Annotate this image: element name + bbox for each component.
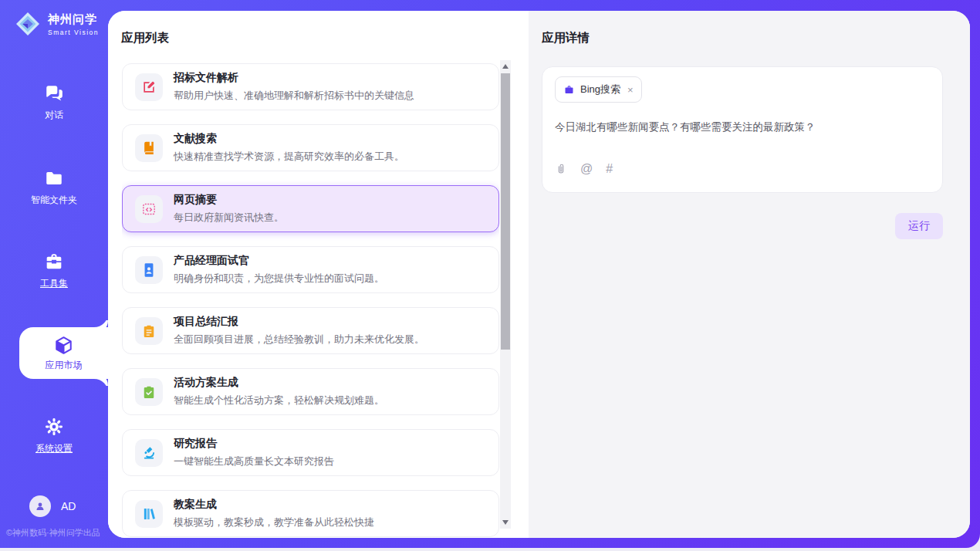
app-window: 神州问学 Smart Vision 对话智能文件夹工具集应用市场系统设置 AD … — [0, 0, 980, 551]
app-icon-chip — [135, 439, 163, 467]
app-card-title: 文献搜索 — [174, 132, 404, 146]
user-name: AD — [61, 500, 76, 512]
sidebar-item-app-market[interactable]: 应用市场 — [19, 327, 108, 379]
app-logo: 神州问学 Smart Vision — [14, 10, 99, 38]
tag-close-icon[interactable]: × — [627, 84, 634, 96]
app-card-title: 研究报告 — [174, 437, 334, 451]
prompt-text[interactable]: 今日湖北有哪些新闻要点？有哪些需要关注的最新政策？ — [555, 120, 930, 135]
app-card[interactable]: 网页摘要每日政府新闻资讯快查。 — [122, 185, 499, 232]
sidebar-item-label: 系统设置 — [35, 442, 73, 455]
app-card-description: 每日政府新闻资讯快查。 — [174, 211, 284, 225]
app-list-title: 应用列表 — [121, 30, 169, 46]
app-icon-chip — [135, 256, 163, 284]
edit-doc-icon — [141, 79, 157, 95]
hash-icon[interactable]: # — [606, 163, 612, 175]
toolbox-icon — [44, 252, 64, 272]
app-card[interactable]: 项目总结汇报全面回顾项目进展，总结经验教训，助力未来优化发展。 — [122, 307, 499, 354]
prompt-card: Bing搜索 × 今日湖北有哪些新闻要点？有哪些需要关注的最新政策？ @ # — [542, 66, 943, 193]
app-card-list: 招标文件解析帮助用户快速、准确地理解和解析招标书中的关键信息文献搜索快速精准查找… — [122, 63, 499, 538]
app-card[interactable]: 活动方案生成智能生成个性化活动方案，轻松解决规划难题。 — [122, 368, 499, 415]
logo-title: 神州问学 — [48, 12, 99, 27]
clipboard-check-icon — [141, 384, 157, 400]
scrollbar[interactable] — [500, 60, 511, 529]
scrollbar-thumb[interactable] — [501, 73, 510, 350]
microscope-icon — [141, 445, 157, 461]
person-icon — [34, 500, 46, 512]
sidebar-item-label: 应用市场 — [46, 359, 83, 372]
tool-tag-label: Bing搜索 — [580, 83, 620, 96]
sidebar-item-label: 智能文件夹 — [31, 194, 77, 207]
app-card[interactable]: 教案生成模板驱动，教案秒成，教学准备从此轻松快捷 — [122, 490, 499, 537]
user-row[interactable]: AD — [29, 495, 76, 517]
app-list-panel: 应用列表 招标文件解析帮助用户快速、准确地理解和解析招标书中的关键信息文献搜索快… — [108, 11, 529, 538]
person-doc-icon — [141, 262, 157, 278]
at-icon[interactable]: @ — [580, 163, 593, 175]
folder-icon — [44, 168, 64, 188]
scroll-down-arrow[interactable] — [500, 517, 511, 528]
app-icon-chip — [135, 134, 163, 162]
app-card-title: 招标文件解析 — [174, 71, 414, 85]
app-icon-chip — [135, 500, 163, 528]
app-card-description: 帮助用户快速、准确地理解和解析招标书中的关键信息 — [174, 89, 414, 103]
content-area: 应用列表 招标文件解析帮助用户快速、准确地理解和解析招标书中的关键信息文献搜索快… — [108, 11, 970, 538]
app-card-title: 教案生成 — [174, 498, 374, 512]
app-detail-panel: 应用详情 Bing搜索 × 今日湖北有哪些新闻要点？有哪些需要关注的最新政策？ — [529, 11, 970, 538]
app-card[interactable]: 研究报告一键智能生成高质量长文本研究报告 — [122, 429, 499, 476]
books-icon — [141, 506, 157, 522]
app-icon-chip — [135, 378, 163, 406]
clipboard-icon — [141, 323, 157, 339]
app-card-title: 产品经理面试官 — [174, 254, 384, 268]
web-code-icon — [141, 201, 157, 217]
run-button[interactable]: 运行 — [895, 213, 943, 239]
sidebar-item-smart-folders[interactable]: 智能文件夹 — [0, 168, 108, 207]
app-card-description: 快速精准查找学术资源，提高研究效率的必备工具。 — [174, 150, 404, 164]
app-card-title: 项目总结汇报 — [174, 315, 424, 329]
paperclip-icon[interactable] — [555, 163, 567, 175]
copyright-footer: ©神州数码·神州问学出品 — [6, 527, 100, 539]
sidebar-item-toolset[interactable]: 工具集 — [0, 252, 108, 290]
app-card-title: 活动方案生成 — [174, 376, 384, 390]
sidebar: 神州问学 Smart Vision 对话智能文件夹工具集应用市场系统设置 AD … — [0, 0, 108, 548]
avatar[interactable] — [29, 495, 51, 517]
gear-icon — [44, 417, 64, 437]
app-card-title: 网页摘要 — [174, 193, 284, 207]
app-icon-chip — [135, 195, 163, 223]
sidebar-item-system-settings[interactable]: 系统设置 — [0, 417, 108, 455]
app-detail-title: 应用详情 — [542, 30, 943, 46]
sidebar-item-label: 对话 — [45, 109, 63, 122]
sidebar-item-label: 工具集 — [40, 277, 68, 290]
app-card-description: 全面回顾项目进展，总结经验教训，助力未来优化发展。 — [174, 333, 424, 346]
app-card[interactable]: 招标文件解析帮助用户快速、准确地理解和解析招标书中的关键信息 — [122, 63, 499, 110]
logo-subtitle: Smart Vision — [48, 29, 99, 36]
app-card[interactable]: 产品经理面试官明确身份和职责，为您提供专业性的面试问题。 — [122, 246, 499, 293]
app-card[interactable]: 文献搜索快速精准查找学术资源，提高研究效率的必备工具。 — [122, 124, 499, 171]
input-toolbar: @ # — [555, 163, 930, 175]
tool-tag-bing-search[interactable]: Bing搜索 × — [555, 76, 642, 103]
cube-icon — [53, 335, 74, 356]
sidebar-item-chat[interactable]: 对话 — [0, 83, 108, 122]
scroll-up-arrow[interactable] — [500, 61, 511, 72]
briefcase-icon — [563, 84, 575, 96]
app-icon-chip — [135, 317, 163, 345]
app-card-description: 一键智能生成高质量长文本研究报告 — [174, 455, 334, 468]
diamond-logo-icon — [14, 10, 42, 38]
app-card-description: 明确身份和职责，为您提供专业性的面试问题。 — [174, 272, 384, 286]
app-icon-chip — [135, 73, 163, 101]
app-card-description: 智能生成个性化活动方案，轻松解决规划难题。 — [174, 394, 384, 407]
book-icon — [141, 140, 157, 156]
app-card-description: 模板驱动，教案秒成，教学准备从此轻松快捷 — [174, 516, 374, 529]
chat-icon — [44, 83, 64, 103]
